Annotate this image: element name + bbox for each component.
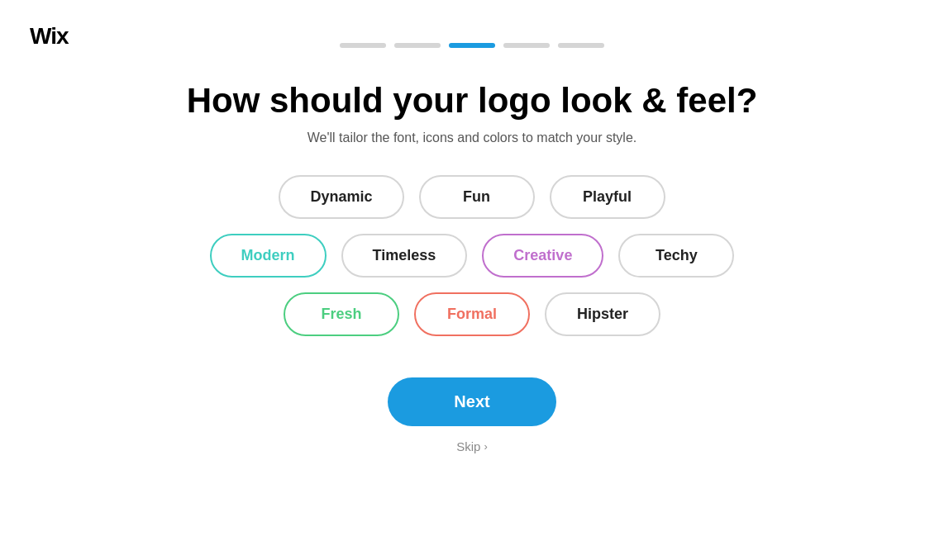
next-button[interactable]: Next <box>388 377 555 426</box>
options-row-3: FreshFormalHipster <box>284 292 660 336</box>
page-subtitle: We'll tailor the font, icons and colors … <box>308 131 637 145</box>
option-btn-fun[interactable]: Fun <box>419 175 535 219</box>
option-btn-creative[interactable]: Creative <box>482 234 603 278</box>
option-btn-hipster[interactable]: Hipster <box>545 292 660 336</box>
skip-link[interactable]: Skip › <box>456 439 488 453</box>
progress-segment-1 <box>340 43 386 48</box>
page-title: How should your logo look & feel? <box>187 81 758 121</box>
skip-chevron: › <box>484 440 487 453</box>
options-row-2: ModernTimelessCreativeTechy <box>210 234 735 278</box>
option-btn-modern[interactable]: Modern <box>210 234 327 278</box>
option-btn-techy[interactable]: Techy <box>618 234 734 278</box>
option-btn-fresh[interactable]: Fresh <box>284 292 399 336</box>
wix-logo: Wix <box>30 23 69 50</box>
option-btn-playful[interactable]: Playful <box>550 175 665 219</box>
skip-label: Skip <box>456 439 480 453</box>
progress-segment-4 <box>503 43 550 48</box>
option-btn-dynamic[interactable]: Dynamic <box>279 175 403 219</box>
progress-segment-5 <box>558 43 604 48</box>
progress-segment-3 <box>449 43 495 48</box>
options-container: DynamicFunPlayfulModernTimelessCreativeT… <box>210 175 735 336</box>
progress-segment-2 <box>394 43 441 48</box>
option-btn-formal[interactable]: Formal <box>414 292 530 336</box>
progress-bar <box>340 43 604 48</box>
options-row-1: DynamicFunPlayful <box>279 175 665 219</box>
option-btn-timeless[interactable]: Timeless <box>341 234 468 278</box>
